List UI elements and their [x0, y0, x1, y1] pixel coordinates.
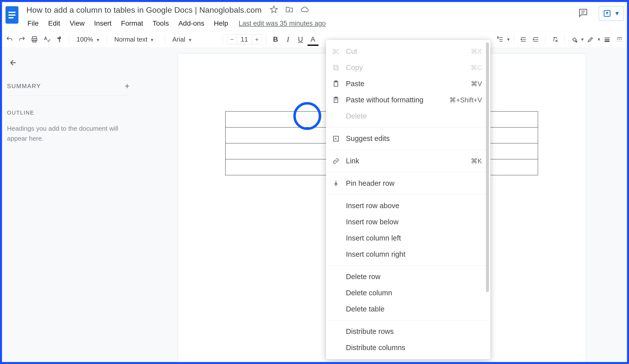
share-button[interactable]: ▼: [599, 6, 624, 21]
svg-rect-3: [8, 17, 13, 18]
suggest-icon: [331, 135, 340, 142]
menubar: File Edit View Insert Format Tools Add-o…: [23, 17, 578, 30]
italic-button[interactable]: I: [283, 34, 294, 45]
copy-icon: [331, 64, 340, 72]
fill-color-button[interactable]: [569, 34, 580, 45]
svg-rect-1: [8, 12, 15, 13]
context-distribute-rows[interactable]: Distribute rows: [326, 323, 490, 340]
star-icon[interactable]: [270, 5, 278, 15]
link-icon: [331, 157, 340, 165]
clipboard-icon: [331, 80, 340, 88]
highlight-circle: [293, 102, 321, 130]
chevron-down-icon[interactable]: [581, 36, 584, 42]
document-title[interactable]: How to add a column to tables in Google …: [24, 4, 264, 16]
undo-button[interactable]: [4, 34, 15, 45]
cloud-icon[interactable]: [301, 5, 309, 15]
indent-decrease-button[interactable]: [518, 34, 529, 45]
scissors-icon: [331, 48, 340, 55]
font-size-increase[interactable]: +: [252, 34, 262, 44]
menu-edit[interactable]: Edit: [44, 18, 65, 29]
svg-marker-4: [270, 6, 277, 13]
chevron-down-icon[interactable]: [507, 36, 510, 42]
border-dash-button[interactable]: [614, 34, 625, 45]
context-insert-column-left[interactable]: Insert column left: [326, 230, 490, 246]
context-insert-row-below[interactable]: Insert row below: [326, 214, 490, 230]
add-summary-button[interactable]: +: [125, 81, 130, 91]
context-copy: Copy ⌘C: [326, 60, 490, 76]
summary-heading: SUMMARY: [7, 83, 41, 90]
chevron-down-icon[interactable]: ▼: [614, 10, 620, 17]
svg-rect-35: [335, 67, 338, 70]
svg-text:1: 1: [497, 36, 499, 39]
context-menu-scrollbar[interactable]: [486, 42, 489, 292]
comments-icon[interactable]: [578, 7, 589, 19]
svg-rect-2: [8, 14, 15, 16]
text-color-button[interactable]: A: [308, 34, 318, 45]
redo-button[interactable]: [16, 34, 27, 45]
clear-formatting-button[interactable]: [550, 34, 560, 45]
font-size-value[interactable]: 11: [237, 34, 252, 44]
outline-empty-hint: Headings you add to the document will ap…: [7, 123, 127, 144]
svg-point-23: [576, 41, 577, 42]
svg-rect-36: [333, 65, 337, 69]
paragraph-style-select[interactable]: Normal text: [111, 34, 161, 45]
menu-help[interactable]: Help: [209, 18, 233, 29]
indent-increase-button[interactable]: [530, 34, 541, 45]
numbered-list-button[interactable]: 1: [495, 34, 506, 45]
context-delete-table[interactable]: Delete table: [326, 301, 490, 317]
border-width-button[interactable]: [602, 34, 613, 45]
collapse-outline-button[interactable]: [7, 58, 130, 69]
menu-insert[interactable]: Insert: [90, 18, 116, 29]
context-link[interactable]: Link ⌘K: [326, 153, 490, 169]
menu-tools[interactable]: Tools: [148, 18, 173, 29]
move-icon[interactable]: [285, 5, 294, 15]
font-size-decrease[interactable]: −: [227, 34, 237, 44]
paint-format-button[interactable]: [54, 34, 65, 45]
context-insert-row-above[interactable]: Insert row above: [326, 198, 490, 214]
menu-addons[interactable]: Add-ons: [174, 18, 209, 29]
context-distribute-columns[interactable]: Distribute columns: [326, 340, 490, 356]
context-delete-column[interactable]: Delete column: [326, 285, 490, 301]
outline-heading: OUTLINE: [7, 109, 130, 116]
clipboard-plain-icon: [331, 96, 340, 104]
context-delete-row[interactable]: Delete row: [326, 269, 490, 285]
menu-view[interactable]: View: [65, 18, 89, 29]
docs-logo[interactable]: [4, 4, 20, 26]
bold-button[interactable]: B: [270, 34, 281, 45]
context-delete: Delete: [326, 108, 490, 124]
menu-format[interactable]: Format: [117, 18, 148, 29]
outline-sidebar: SUMMARY + OUTLINE Headings you add to th…: [2, 48, 137, 362]
print-button[interactable]: [29, 34, 40, 45]
context-insert-column-right[interactable]: Insert column right: [326, 246, 490, 263]
toolbar: 100% Normal text Arial − 11 + B I U A 1: [0, 31, 629, 48]
context-pin-header-row[interactable]: Pin header row: [326, 175, 490, 191]
context-cut: Cut ⌘X: [326, 43, 490, 60]
last-edit-link[interactable]: Last edit was 35 minutes ago: [239, 20, 326, 27]
context-menu: Cut ⌘X Copy ⌘C Paste ⌘V Paste without fo…: [326, 40, 490, 359]
context-paste[interactable]: Paste ⌘V: [326, 76, 490, 92]
border-color-button[interactable]: [585, 34, 596, 45]
context-paste-without-formatting[interactable]: Paste without formatting ⌘+Shift+V: [326, 92, 490, 108]
underline-button[interactable]: U: [295, 34, 306, 45]
spellcheck-button[interactable]: [41, 34, 52, 45]
pin-icon: [331, 180, 340, 187]
zoom-select[interactable]: 100%: [73, 34, 103, 45]
font-select[interactable]: Arial: [169, 34, 219, 45]
menu-file[interactable]: File: [23, 18, 43, 29]
chevron-down-icon[interactable]: [598, 36, 600, 42]
context-suggest-edits[interactable]: Suggest edits: [326, 130, 490, 147]
